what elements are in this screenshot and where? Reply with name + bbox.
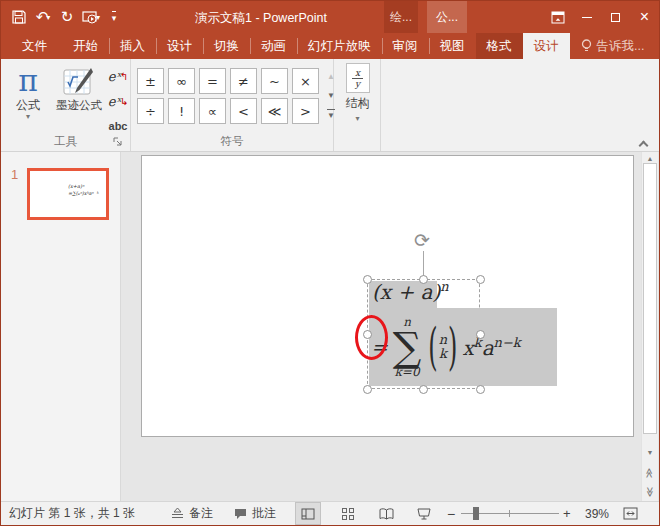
symbol-plus-minus[interactable]: ± <box>137 68 164 94</box>
zoom-level[interactable]: 39% <box>585 502 609 525</box>
customize-qat-icon: ▾ <box>112 11 117 23</box>
tell-me-label: 告诉我... <box>597 38 645 55</box>
maximize-icon <box>611 13 620 22</box>
notes-icon <box>171 508 184 519</box>
tab-drawing-format[interactable]: 格式 <box>476 33 523 59</box>
equation-button[interactable]: π 公式 ▾ <box>7 64 49 138</box>
tab-design[interactable]: 设计 <box>156 33 203 59</box>
reading-view-button[interactable] <box>373 502 399 525</box>
tools-dialog-launcher[interactable] <box>113 137 123 147</box>
slideshow-caret-icon: ▾ <box>96 13 100 22</box>
main-content: 1 (x+a)ⁿ =∑(ₖⁿ)xᵏaⁿ⁻ᵏ (x + a)n = n ∑ k=0 <box>1 152 659 501</box>
thumbnail-equation: (x+a)ⁿ =∑(ₖⁿ)xᵏaⁿ⁻ᵏ <box>68 183 98 197</box>
rotation-handle[interactable]: ⟳ <box>414 231 430 250</box>
minimize-icon <box>582 17 592 18</box>
notes-button[interactable]: 备注 <box>171 502 213 525</box>
ribbon-display-options-button[interactable] <box>543 1 572 33</box>
redo-button[interactable]: ↻ <box>56 4 78 30</box>
context-header-equation-tools[interactable]: 公... <box>427 1 467 33</box>
resize-handle-top-center[interactable] <box>419 275 428 284</box>
ink-equation-icon <box>63 66 95 98</box>
window-controls: × <box>543 1 659 33</box>
equation-caret-icon: ▾ <box>26 113 30 121</box>
resize-handle-bottom-right[interactable] <box>476 385 485 394</box>
slide-editing-area: (x + a)n = n ∑ k=0 ( nk ) xkan−k <box>121 152 659 501</box>
ribbon-display-options-icon <box>551 11 565 24</box>
close-icon: × <box>640 9 649 25</box>
zoom-slider-thumb[interactable] <box>473 507 479 520</box>
status-bar: 幻灯片 第 1 张，共 1 张 备注 批注 − + 39% <box>1 501 659 525</box>
tab-slideshow[interactable]: 幻灯片放映 <box>297 33 382 59</box>
tools-group: π 公式 ▾ 墨迹公式 eˣ↰ eˣ↳ abc 工具 <box>1 59 131 151</box>
normal-text-label: abc <box>109 120 128 132</box>
symbol-tilde[interactable]: ~ <box>261 68 288 94</box>
symbol-much-less[interactable]: ≪ <box>261 98 288 124</box>
ink-equation-label: 墨迹公式 <box>56 98 102 113</box>
symbol-multiply[interactable]: × <box>292 68 319 94</box>
normal-view-icon <box>301 508 315 520</box>
slide-sorter-view-button[interactable] <box>335 502 361 525</box>
symbol-infinity[interactable]: ∞ <box>168 68 195 94</box>
slideshow-view-button[interactable] <box>411 502 437 525</box>
symbol-less-than[interactable]: < <box>230 98 257 124</box>
symbol-divide[interactable]: ÷ <box>137 98 164 124</box>
window-title: 演示文稿1 - PowerPoint <box>151 10 371 27</box>
collapse-ribbon-button[interactable] <box>640 140 650 146</box>
professional-arrow-icon: ↰ <box>120 71 128 82</box>
scroll-down-icon[interactable]: ▼ <box>642 446 658 458</box>
slide-thumbnail[interactable]: (x+a)ⁿ =∑(ₖⁿ)xᵏaⁿ⁻ᵏ <box>27 168 109 220</box>
redo-icon: ↻ <box>61 8 74 26</box>
equation-line2[interactable]: = n ∑ k=0 ( nk ) xkan−k <box>371 308 521 386</box>
tab-animations[interactable]: 动画 <box>250 33 297 59</box>
previous-slide-button[interactable]: ≪ <box>642 466 658 478</box>
next-slide-button[interactable]: ≪ <box>642 486 658 498</box>
save-button[interactable] <box>8 4 30 30</box>
maximize-button[interactable] <box>601 1 630 33</box>
symbol-not-equal[interactable]: ≠ <box>230 68 257 94</box>
slide-number: 1 <box>11 167 18 182</box>
notes-label: 备注 <box>189 505 213 522</box>
tab-equation-design-active[interactable]: 设计 <box>523 33 570 59</box>
scrollbar-thumb[interactable] <box>643 163 657 434</box>
resize-handle-top-left[interactable] <box>363 275 372 284</box>
start-slideshow-button[interactable]: ▾ <box>80 4 102 30</box>
fit-to-window-icon <box>623 507 638 520</box>
tell-me-box[interactable]: 告诉我... <box>570 33 656 59</box>
structures-button[interactable]: x y 结构 ▾ <box>339 63 376 135</box>
context-header-drawing-tools[interactable]: 绘... <box>384 1 418 33</box>
equation-line1[interactable]: (x + a)n <box>372 279 449 304</box>
tab-home[interactable]: 开始 <box>62 33 109 59</box>
symbols-gallery: ± ∞ = ≠ ~ × ÷ ! ∝ < ≪ > <box>137 68 319 124</box>
tab-view[interactable]: 视图 <box>429 33 476 59</box>
symbol-equals[interactable]: = <box>199 68 226 94</box>
fit-to-window-button[interactable] <box>623 502 638 525</box>
resize-handle-top-right[interactable] <box>476 275 485 284</box>
tab-transitions[interactable]: 切换 <box>203 33 250 59</box>
vertical-scrollbar[interactable]: ▲ ▼ ≪ ≪ <box>641 152 658 501</box>
zoom-in-button[interactable]: + <box>563 502 571 525</box>
pi-icon: π <box>18 64 38 98</box>
double-chevron-up-icon: ≪ <box>645 467 656 476</box>
linear-format-button[interactable]: eˣ↳ <box>107 90 129 112</box>
symbol-proportional[interactable]: ∝ <box>199 98 226 124</box>
tab-insert[interactable]: 插入 <box>109 33 156 59</box>
minimize-button[interactable] <box>572 1 601 33</box>
customize-qat-button[interactable]: ▾ <box>104 4 126 30</box>
resize-handle-bottom-center[interactable] <box>419 385 428 394</box>
tab-file[interactable]: 文件 <box>7 33 62 59</box>
resize-handle-middle-right[interactable] <box>476 330 485 339</box>
close-button[interactable]: × <box>630 1 659 33</box>
conversion-buttons: eˣ↰ eˣ↳ abc <box>107 65 129 137</box>
fraction-icon: x y <box>346 63 370 93</box>
resize-handle-bottom-left[interactable] <box>363 385 372 394</box>
comments-button[interactable]: 批注 <box>234 502 276 525</box>
normal-view-button[interactable] <box>295 502 321 525</box>
undo-button[interactable]: ↶▾ <box>32 4 54 30</box>
tab-review[interactable]: 审阅 <box>382 33 429 59</box>
zoom-out-button[interactable]: − <box>447 502 455 525</box>
lightbulb-icon <box>581 39 592 53</box>
symbol-factorial[interactable]: ! <box>168 98 195 124</box>
ink-equation-button[interactable]: 墨迹公式 <box>53 64 105 138</box>
symbol-greater-than[interactable]: > <box>292 98 319 124</box>
professional-format-button[interactable]: eˣ↰ <box>107 65 129 87</box>
